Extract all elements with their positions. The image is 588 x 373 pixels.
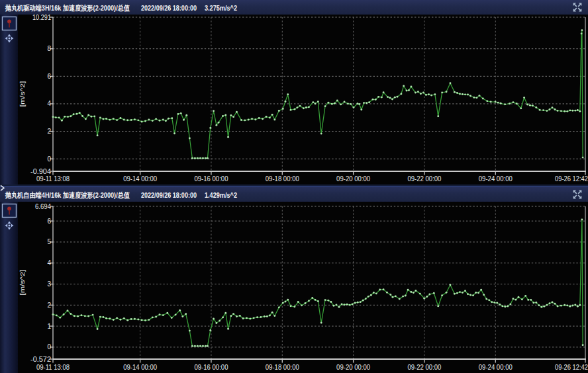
svg-text:4: 4 (47, 259, 51, 267)
svg-text:09-18 00:00: 09-18 00:00 (266, 364, 299, 371)
svg-text:[m/s^2]: [m/s^2] (19, 81, 26, 107)
svg-text:6: 6 (47, 218, 51, 225)
svg-text:4: 4 (47, 100, 51, 107)
svg-text:09-16 00:00: 09-16 00:00 (194, 364, 228, 371)
svg-text:2: 2 (47, 128, 51, 135)
svg-text:09-20 00:00: 09-20 00:00 (336, 175, 370, 183)
svg-text:10.291: 10.291 (32, 14, 51, 21)
svg-text:2022/09/26 18:00:00: 2022/09/26 18:00:00 (141, 4, 197, 12)
svg-text:抛丸机自由端4H/16k 加速度波形(2-2000)/总值: 抛丸机自由端4H/16k 加速度波形(2-2000)/总值 (5, 191, 130, 200)
svg-text:抛丸机驱动端3H/16k 加速度波形(2-2000)/总值: 抛丸机驱动端3H/16k 加速度波形(2-2000)/总值 (5, 4, 130, 13)
svg-text:-0.572: -0.572 (30, 356, 51, 363)
svg-text:09-26 12:42: 09-26 12:42 (555, 364, 588, 371)
svg-text:09-24 00:00: 09-24 00:00 (479, 175, 513, 183)
svg-text:3.275m/s^2: 3.275m/s^2 (205, 4, 237, 12)
svg-text:09-11 13:08: 09-11 13:08 (36, 175, 70, 183)
svg-text:0: 0 (47, 155, 51, 163)
svg-text:09-20 00:00: 09-20 00:00 (336, 364, 370, 371)
svg-text:6.694: 6.694 (35, 203, 51, 210)
svg-text:-0.904: -0.904 (30, 168, 51, 175)
svg-text:09-24 00:00: 09-24 00:00 (479, 364, 513, 371)
svg-text:09-16 00:00: 09-16 00:00 (194, 175, 228, 183)
svg-text:8: 8 (47, 45, 51, 52)
svg-text:09-14 00:00: 09-14 00:00 (123, 175, 157, 183)
svg-text:6: 6 (47, 73, 51, 80)
svg-text:2022/09/26 18:00:00: 2022/09/26 18:00:00 (141, 191, 197, 199)
svg-text:0: 0 (47, 343, 51, 351)
svg-text:2: 2 (47, 302, 51, 309)
svg-text:1.429m/s^2: 1.429m/s^2 (205, 191, 237, 199)
svg-text:1: 1 (47, 323, 51, 330)
svg-text:09-18 00:00: 09-18 00:00 (266, 175, 299, 183)
svg-text:09-22 00:00: 09-22 00:00 (407, 364, 441, 371)
svg-text:09-11 13:08: 09-11 13:08 (36, 364, 70, 371)
svg-text:09-22 00:00: 09-22 00:00 (407, 175, 441, 183)
svg-text:3: 3 (47, 280, 51, 288)
svg-text:09-26 12:42: 09-26 12:42 (555, 175, 588, 183)
svg-text:09-14 00:00: 09-14 00:00 (123, 364, 157, 371)
svg-text:5: 5 (47, 238, 51, 245)
svg-text:[m/s^2]: [m/s^2] (19, 270, 26, 296)
